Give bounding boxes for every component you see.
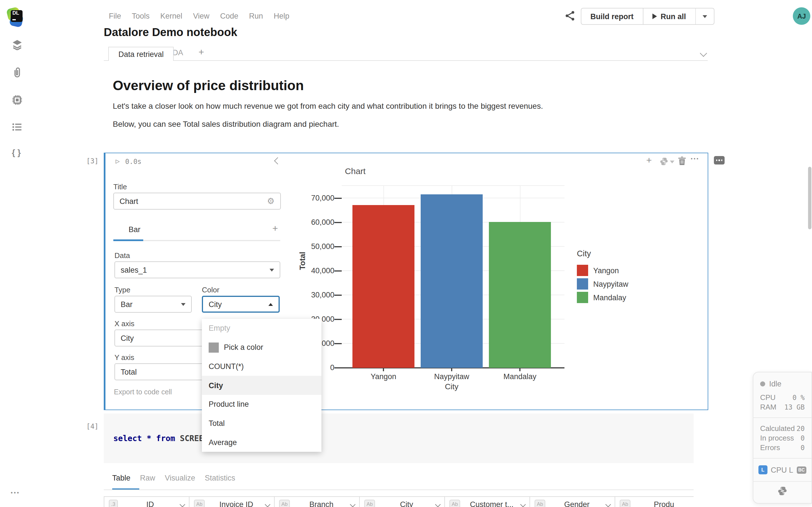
add-cell-icon[interactable]: + [646, 155, 652, 166]
variables-icon[interactable]: { } [12, 148, 21, 157]
table-header: .3 ID Ab Invoice ID Ab Branch Ab City Ab… [104, 496, 694, 507]
column-header-gender[interactable]: Ab Gender [530, 497, 615, 507]
python-kernel-icon[interactable] [753, 482, 811, 496]
cell-kernel-python-icon[interactable] [660, 157, 668, 168]
cell-more-icon[interactable]: ••• [691, 156, 700, 162]
attachments-icon[interactable] [12, 67, 22, 78]
chart-title-input[interactable]: Chart ⚙ [113, 193, 281, 210]
menu-code[interactable]: Code [220, 12, 239, 20]
chevron-down-icon[interactable] [605, 502, 611, 507]
dropdown-option-count[interactable]: COUNT(*) [202, 357, 321, 376]
outline-icon[interactable] [12, 122, 22, 132]
dropdown-option-average[interactable]: Average [202, 433, 321, 452]
menu-help[interactable]: Help [274, 12, 290, 20]
type-select[interactable]: Bar [114, 296, 192, 313]
data-label: Data [114, 251, 130, 260]
run-options-button[interactable] [695, 8, 714, 24]
scrollbar-thumb[interactable] [808, 167, 811, 229]
gear-icon[interactable]: ⚙ [267, 196, 274, 206]
yaxis-label: Y axis [114, 353, 134, 362]
dropdown-option-city[interactable]: City [202, 376, 321, 395]
environment-icon[interactable] [12, 95, 22, 105]
menu-file[interactable]: File [109, 12, 121, 20]
cpu-usage: CPU 0 % [760, 393, 805, 402]
cell-runtime: 0.0s [125, 158, 142, 166]
x-tick-label: Yangon [350, 372, 417, 381]
legend-swatch-green [577, 292, 588, 303]
datalore-logo[interactable]: DL [9, 9, 25, 25]
chart-title: Chart [324, 166, 386, 176]
y-tick-label: 70,000 [299, 193, 335, 202]
kernel-state: Idle [760, 378, 805, 389]
tabbar-divider [104, 60, 708, 61]
sql-code[interactable]: select * from SCREE [113, 434, 204, 443]
play-icon [652, 13, 657, 19]
layers-icon[interactable] [12, 40, 22, 50]
dropdown-option-total[interactable]: Total [202, 414, 321, 433]
export-to-code-cell-link[interactable]: Export to code cell [114, 388, 172, 396]
run-cell-icon[interactable]: ▷ [116, 157, 119, 165]
page-title: Datalore Demo notebook [104, 26, 237, 39]
dropdown-option-product-line[interactable]: Product line [202, 395, 321, 414]
bar-yangon [352, 205, 414, 368]
y-tick-label: 30,000 [299, 291, 335, 299]
calculated-count: Calculated 20 [760, 424, 805, 433]
text-type-icon: Ab [449, 500, 460, 507]
text-type-icon: Ab [620, 500, 630, 507]
chevron-down-icon[interactable] [180, 502, 185, 507]
data-select[interactable]: sales_1 [114, 262, 280, 278]
bar-chart-plot: 010,00020,00030,00040,00050,00060,00070,… [342, 180, 564, 368]
share-icon[interactable] [565, 11, 575, 23]
column-header-city[interactable]: Ab City [360, 497, 445, 507]
tab-data-retrieval[interactable]: Data retrieval [108, 47, 174, 61]
delete-cell-icon[interactable] [678, 157, 686, 167]
run-button-group: Build report Run all [581, 8, 714, 25]
menu-run[interactable]: Run [249, 12, 263, 20]
tab-raw[interactable]: Raw [140, 474, 155, 482]
column-header-product-line[interactable]: Ab Produ [615, 497, 694, 507]
dropdown-option-empty[interactable]: Empty [202, 319, 321, 338]
comment-icon[interactable] [714, 156, 725, 165]
menu-tools[interactable]: Tools [132, 12, 150, 20]
color-swatch-icon [209, 342, 219, 352]
legend-item: Mandalay [577, 291, 628, 304]
legend-item: Yangon [577, 264, 628, 277]
chevron-down-icon[interactable] [350, 502, 356, 507]
column-header-invoice-id[interactable]: Ab Invoice ID [190, 497, 274, 507]
text-type-icon: Ab [279, 500, 290, 507]
column-header-id[interactable]: .3 ID [104, 497, 190, 507]
legend-swatch-red [577, 265, 588, 276]
color-select[interactable]: City [202, 296, 280, 313]
bar-mandalay [489, 222, 551, 368]
menu-kernel[interactable]: Kernel [160, 12, 183, 20]
dropdown-option-pick-a-color[interactable]: Pick a color [202, 338, 321, 356]
tab-divider [104, 490, 694, 490]
legend-title: City [577, 249, 628, 258]
tab-visualize[interactable]: Visualize [165, 474, 195, 482]
numeric-type-icon: .3 [109, 500, 117, 507]
x-tick-label: Naypyitaw [418, 372, 486, 381]
tabbar-chevron-down-icon[interactable] [700, 50, 707, 57]
sidebar-more-icon[interactable]: ••• [11, 490, 20, 496]
kernel-status-panel: Idle CPU 0 % RAM 13 GB Calculated 20 In … [753, 372, 812, 504]
machine-type[interactable]: L CPU L BC [753, 459, 811, 482]
chevron-up-icon [268, 303, 273, 305]
color-dropdown: Empty Pick a color COUNT(*) City Product… [202, 319, 321, 452]
chart-legend: City Yangon Naypyitaw Mandalay [577, 249, 628, 304]
chevron-down-icon[interactable] [265, 502, 270, 507]
add-series-button[interactable]: + [272, 223, 278, 234]
avatar[interactable]: AJ [793, 7, 810, 25]
chevron-down-icon[interactable] [435, 502, 441, 507]
run-all-button[interactable]: Run all [643, 8, 695, 24]
menu-view[interactable]: View [193, 12, 209, 20]
build-report-button[interactable]: Build report [581, 8, 643, 24]
tab-statistics[interactable]: Statistics [205, 474, 235, 482]
chevron-down-icon[interactable] [520, 502, 526, 507]
cell-index: [4] [86, 422, 98, 431]
column-header-branch[interactable]: Ab Branch [274, 497, 360, 507]
tab-table[interactable]: Table [112, 474, 131, 482]
series-tab-bar[interactable]: Bar [129, 225, 140, 234]
add-tab-button[interactable]: + [199, 47, 204, 58]
column-header-customer-type[interactable]: Ab Customer t... [445, 497, 530, 507]
paragraph: Let's take a closer look on how much rev… [113, 101, 543, 110]
